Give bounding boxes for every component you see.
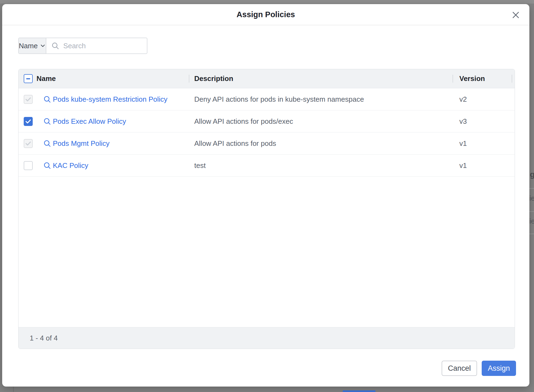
assign-button[interactable]: Assign: [482, 361, 516, 376]
assign-policies-modal: Assign Policies Name Name: [2, 4, 529, 387]
pagination-bar: 1 - 4 of 4: [19, 327, 515, 349]
policy-search-icon[interactable]: [44, 118, 51, 125]
search-box: [46, 38, 155, 53]
column-header-description: Description: [194, 69, 233, 88]
policy-search-icon[interactable]: [44, 162, 51, 169]
close-icon: [512, 11, 520, 19]
background-edge-line: [13, 387, 14, 392]
background-cell-fragment: ie: [529, 217, 534, 225]
policy-search-icon[interactable]: [44, 140, 51, 147]
background-column-header-fragment: g: [530, 170, 534, 179]
policy-version: v1: [459, 132, 467, 154]
modal-header: Assign Policies: [2, 4, 529, 25]
policy-version: v2: [459, 88, 467, 110]
background-table-fragment: g ie ie: [529, 164, 534, 245]
table-row[interactable]: Pods kube-system Restriction Policy Deny…: [19, 88, 515, 110]
policy-version: v3: [459, 110, 467, 132]
background-row-divider: [529, 234, 534, 234]
policy-search-icon[interactable]: [44, 96, 51, 103]
search-icon: [51, 42, 59, 50]
chevron-down-icon: [40, 43, 46, 49]
backdrop-top-strip: [0, 0, 534, 4]
background-row-divider: [529, 188, 534, 189]
table-row[interactable]: Pods Exec Allow Policy Allow API actions…: [19, 110, 515, 132]
search-input[interactable]: [63, 41, 155, 50]
policies-table: Name Description Version Pods kube-syste…: [18, 69, 515, 349]
policy-description: Deny API actions for pods in kube-system…: [194, 88, 364, 110]
column-header-version: Version: [459, 69, 485, 88]
select-all-checkbox[interactable]: [24, 74, 33, 83]
modal-title: Assign Policies: [2, 4, 529, 25]
policy-version: v1: [459, 155, 467, 176]
background-cell-fragment: ie: [529, 194, 534, 203]
pagination-label: 1 - 4 of 4: [30, 327, 58, 349]
row-checkbox[interactable]: [24, 95, 33, 104]
policy-description: Allow API actions for pods/exec: [194, 110, 293, 132]
table-header-row: Name Description Version: [19, 69, 515, 88]
close-button[interactable]: [510, 9, 522, 21]
row-checkbox[interactable]: [24, 161, 33, 170]
policy-name-link[interactable]: Pods Exec Allow Policy: [53, 110, 126, 132]
cancel-button[interactable]: Cancel: [442, 361, 477, 376]
column-divider: [189, 75, 189, 83]
indeterminate-dash-icon: [26, 78, 30, 79]
check-icon: [25, 97, 31, 102]
search-filter-bar: Name: [18, 38, 147, 54]
filter-field-dropdown[interactable]: Name: [19, 38, 46, 53]
policy-description: Allow API actions for pods: [194, 132, 276, 154]
policy-name-link[interactable]: Pods Mgmt Policy: [53, 132, 110, 154]
column-divider: [512, 75, 512, 83]
filter-field-label: Name: [19, 42, 38, 50]
column-header-name: Name: [37, 69, 56, 88]
row-checkbox[interactable]: [24, 117, 33, 126]
check-icon: [25, 141, 31, 146]
policy-name-link[interactable]: KAC Policy: [53, 155, 88, 176]
row-checkbox[interactable]: [24, 139, 33, 148]
table-body: Pods kube-system Restriction Policy Deny…: [19, 88, 515, 177]
table-row[interactable]: KAC Policy test v1: [19, 155, 515, 177]
background-blue-button-fragment: [343, 390, 375, 392]
policy-name-link[interactable]: Pods kube-system Restriction Policy: [53, 88, 167, 110]
background-row-divider: [529, 211, 534, 212]
table-row[interactable]: Pods Mgmt Policy Allow API actions for p…: [19, 132, 515, 155]
check-icon: [25, 119, 31, 124]
column-divider: [453, 75, 453, 83]
policy-description: test: [194, 155, 206, 176]
